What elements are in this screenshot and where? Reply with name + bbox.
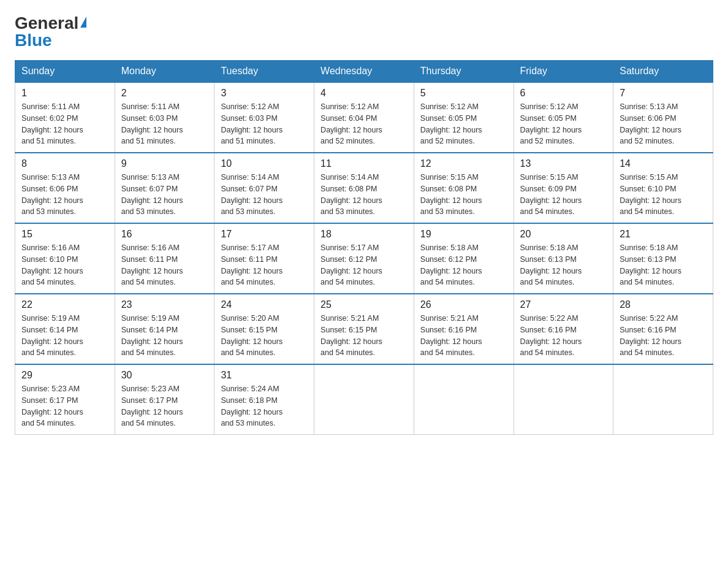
calendar-cell: 30 Sunrise: 5:23 AMSunset: 6:17 PMDaylig…: [115, 364, 214, 435]
day-info: Sunrise: 5:16 AMSunset: 6:11 PMDaylight:…: [121, 242, 208, 288]
day-info: Sunrise: 5:14 AMSunset: 6:08 PMDaylight:…: [320, 172, 408, 218]
day-number: 5: [420, 88, 507, 99]
calendar-table: SundayMondayTuesdayWednesdayThursdayFrid…: [15, 60, 713, 435]
day-info: Sunrise: 5:22 AMSunset: 6:16 PMDaylight:…: [520, 313, 607, 359]
weekday-header-row: SundayMondayTuesdayWednesdayThursdayFrid…: [15, 61, 713, 83]
day-number: 26: [420, 299, 507, 310]
calendar-cell: 20 Sunrise: 5:18 AMSunset: 6:13 PMDaylig…: [514, 223, 613, 294]
calendar-body: 1 Sunrise: 5:11 AMSunset: 6:02 PMDayligh…: [15, 82, 713, 435]
day-info: Sunrise: 5:12 AMSunset: 6:05 PMDaylight:…: [420, 101, 507, 147]
weekday-header-thursday: Thursday: [414, 61, 514, 83]
weekday-header-sunday: Sunday: [15, 61, 115, 83]
calendar-cell: [613, 364, 713, 435]
day-info: Sunrise: 5:23 AMSunset: 6:17 PMDaylight:…: [21, 383, 108, 429]
day-info: Sunrise: 5:12 AMSunset: 6:05 PMDaylight:…: [520, 101, 607, 147]
day-info: Sunrise: 5:22 AMSunset: 6:16 PMDaylight:…: [620, 313, 707, 359]
day-number: 11: [320, 158, 408, 169]
calendar-cell: [514, 364, 613, 435]
day-number: 31: [221, 370, 308, 381]
day-number: 22: [21, 299, 108, 310]
calendar-header: SundayMondayTuesdayWednesdayThursdayFrid…: [15, 61, 713, 83]
day-info: Sunrise: 5:11 AMSunset: 6:02 PMDaylight:…: [21, 101, 108, 147]
day-number: 4: [320, 88, 408, 99]
calendar-cell: 4 Sunrise: 5:12 AMSunset: 6:04 PMDayligh…: [314, 82, 414, 153]
day-info: Sunrise: 5:17 AMSunset: 6:12 PMDaylight:…: [320, 242, 408, 288]
day-info: Sunrise: 5:13 AMSunset: 6:06 PMDaylight:…: [620, 101, 707, 147]
day-number: 3: [221, 88, 308, 99]
day-info: Sunrise: 5:21 AMSunset: 6:16 PMDaylight:…: [420, 313, 507, 359]
calendar-cell: 2 Sunrise: 5:11 AMSunset: 6:03 PMDayligh…: [115, 82, 214, 153]
weekday-header-monday: Monday: [115, 61, 214, 83]
calendar-cell: 15 Sunrise: 5:16 AMSunset: 6:10 PMDaylig…: [15, 223, 115, 294]
calendar-cell: 16 Sunrise: 5:16 AMSunset: 6:11 PMDaylig…: [115, 223, 214, 294]
day-info: Sunrise: 5:21 AMSunset: 6:15 PMDaylight:…: [320, 313, 408, 359]
day-info: Sunrise: 5:18 AMSunset: 6:12 PMDaylight:…: [420, 242, 507, 288]
logo: General Blue: [15, 15, 86, 49]
day-info: Sunrise: 5:19 AMSunset: 6:14 PMDaylight:…: [121, 313, 208, 359]
weekday-header-saturday: Saturday: [613, 61, 713, 83]
calendar-cell: 13 Sunrise: 5:15 AMSunset: 6:09 PMDaylig…: [514, 153, 613, 223]
day-info: Sunrise: 5:15 AMSunset: 6:08 PMDaylight:…: [420, 172, 507, 218]
logo-general-text: General: [15, 15, 86, 32]
calendar-cell: 8 Sunrise: 5:13 AMSunset: 6:06 PMDayligh…: [15, 153, 115, 223]
day-info: Sunrise: 5:18 AMSunset: 6:13 PMDaylight:…: [520, 242, 607, 288]
day-number: 27: [520, 299, 607, 310]
day-info: Sunrise: 5:11 AMSunset: 6:03 PMDaylight:…: [121, 101, 208, 147]
day-number: 25: [320, 299, 408, 310]
calendar-cell: 24 Sunrise: 5:20 AMSunset: 6:15 PMDaylig…: [214, 294, 314, 364]
day-info: Sunrise: 5:15 AMSunset: 6:10 PMDaylight:…: [620, 172, 707, 218]
logo-triangle-icon: [80, 17, 86, 28]
day-number: 2: [121, 88, 208, 99]
calendar-cell: [414, 364, 514, 435]
calendar-cell: 18 Sunrise: 5:17 AMSunset: 6:12 PMDaylig…: [314, 223, 414, 294]
day-number: 10: [221, 158, 308, 169]
calendar-cell: 12 Sunrise: 5:15 AMSunset: 6:08 PMDaylig…: [414, 153, 514, 223]
day-number: 6: [520, 88, 607, 99]
calendar-cell: 31 Sunrise: 5:24 AMSunset: 6:18 PMDaylig…: [214, 364, 314, 435]
day-number: 17: [221, 229, 308, 240]
day-number: 30: [121, 370, 208, 381]
day-number: 12: [420, 158, 507, 169]
calendar-week-4: 22 Sunrise: 5:19 AMSunset: 6:14 PMDaylig…: [15, 294, 713, 364]
calendar-cell: 14 Sunrise: 5:15 AMSunset: 6:10 PMDaylig…: [613, 153, 713, 223]
calendar-cell: [314, 364, 414, 435]
day-info: Sunrise: 5:12 AMSunset: 6:04 PMDaylight:…: [320, 101, 408, 147]
day-number: 21: [620, 229, 707, 240]
day-number: 9: [121, 158, 208, 169]
day-info: Sunrise: 5:24 AMSunset: 6:18 PMDaylight:…: [221, 383, 308, 429]
calendar-cell: 23 Sunrise: 5:19 AMSunset: 6:14 PMDaylig…: [115, 294, 214, 364]
day-number: 1: [21, 88, 108, 99]
day-info: Sunrise: 5:23 AMSunset: 6:17 PMDaylight:…: [121, 383, 208, 429]
day-info: Sunrise: 5:16 AMSunset: 6:10 PMDaylight:…: [21, 242, 108, 288]
day-info: Sunrise: 5:13 AMSunset: 6:07 PMDaylight:…: [121, 172, 208, 218]
day-number: 23: [121, 299, 208, 310]
day-number: 24: [221, 299, 308, 310]
calendar-cell: 21 Sunrise: 5:18 AMSunset: 6:13 PMDaylig…: [613, 223, 713, 294]
day-info: Sunrise: 5:15 AMSunset: 6:09 PMDaylight:…: [520, 172, 607, 218]
page-header: General Blue: [15, 15, 713, 49]
day-number: 28: [620, 299, 707, 310]
day-info: Sunrise: 5:18 AMSunset: 6:13 PMDaylight:…: [620, 242, 707, 288]
calendar-week-2: 8 Sunrise: 5:13 AMSunset: 6:06 PMDayligh…: [15, 153, 713, 223]
day-number: 14: [620, 158, 707, 169]
day-info: Sunrise: 5:13 AMSunset: 6:06 PMDaylight:…: [21, 172, 108, 218]
calendar-cell: 22 Sunrise: 5:19 AMSunset: 6:14 PMDaylig…: [15, 294, 115, 364]
day-info: Sunrise: 5:12 AMSunset: 6:03 PMDaylight:…: [221, 101, 308, 147]
calendar-cell: 5 Sunrise: 5:12 AMSunset: 6:05 PMDayligh…: [414, 82, 514, 153]
weekday-header-wednesday: Wednesday: [314, 61, 414, 83]
calendar-cell: 26 Sunrise: 5:21 AMSunset: 6:16 PMDaylig…: [414, 294, 514, 364]
day-number: 7: [620, 88, 707, 99]
calendar-week-3: 15 Sunrise: 5:16 AMSunset: 6:10 PMDaylig…: [15, 223, 713, 294]
calendar-cell: 27 Sunrise: 5:22 AMSunset: 6:16 PMDaylig…: [514, 294, 613, 364]
calendar-cell: 7 Sunrise: 5:13 AMSunset: 6:06 PMDayligh…: [613, 82, 713, 153]
calendar-cell: 9 Sunrise: 5:13 AMSunset: 6:07 PMDayligh…: [115, 153, 214, 223]
logo-blue-text: Blue: [15, 32, 52, 49]
day-number: 19: [420, 229, 507, 240]
day-info: Sunrise: 5:14 AMSunset: 6:07 PMDaylight:…: [221, 172, 308, 218]
day-info: Sunrise: 5:19 AMSunset: 6:14 PMDaylight:…: [21, 313, 108, 359]
day-number: 29: [21, 370, 108, 381]
calendar-cell: 17 Sunrise: 5:17 AMSunset: 6:11 PMDaylig…: [214, 223, 314, 294]
day-number: 15: [21, 229, 108, 240]
calendar-cell: 6 Sunrise: 5:12 AMSunset: 6:05 PMDayligh…: [514, 82, 613, 153]
day-number: 16: [121, 229, 208, 240]
